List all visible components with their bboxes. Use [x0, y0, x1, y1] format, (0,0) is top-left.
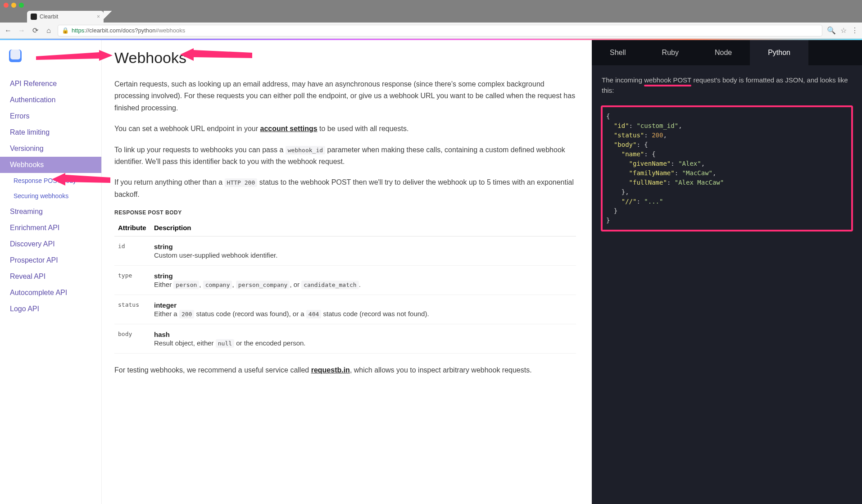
tab-title: Clearbit [40, 14, 58, 20]
sidebar-item-discovery-api[interactable]: Discovery API [0, 236, 101, 252]
retry-paragraph: If you return anything other than a HTTP… [114, 177, 576, 200]
url-scheme: https [72, 27, 84, 34]
forward-button[interactable]: → [17, 27, 26, 35]
requestbin-link[interactable]: requestb.in [311, 366, 350, 374]
account-settings-link[interactable]: account settings [260, 125, 317, 132]
webhook-id-code: webhook_id [286, 146, 325, 154]
browser-tab-strip: Clearbit × [0, 10, 862, 23]
url-host: ://clearbit.com [84, 27, 121, 34]
sidebar-item-reveal-api[interactable]: Reveal API [0, 268, 101, 285]
sidebar-item-api-reference[interactable]: API Reference [0, 76, 101, 92]
highlight-1: webhook POST [644, 76, 691, 84]
app: API ReferenceAuthenticationErrorsRate li… [0, 40, 862, 504]
tab-after-shape [104, 11, 113, 23]
testing-paragraph: For testing webhooks, we recommend a use… [114, 364, 576, 376]
lock-icon: 🔒 [62, 27, 69, 34]
lang-tab-node[interactable]: Node [697, 40, 750, 65]
table-row: bodyhashResult object, either null or th… [114, 324, 576, 354]
window-max-dot[interactable] [19, 3, 24, 8]
browser-tab[interactable]: Clearbit × [27, 11, 104, 23]
attributes-table: Attribute Description idstringCustom use… [114, 219, 576, 354]
code-description: The incoming webhook POST request's body… [592, 65, 862, 102]
url-fragment: #webhooks [155, 27, 185, 34]
menu-icon[interactable]: ⋮ [851, 26, 858, 35]
http-200-code: HTTP 200 [225, 178, 258, 187]
address-bar[interactable]: 🔒 https ://clearbit.com /docs?python #we… [58, 25, 822, 36]
table-row: statusintegerEither a 200 status code (r… [114, 295, 576, 324]
sidebar-item-authentication[interactable]: Authentication [0, 92, 101, 108]
account-settings-paragraph: You can set a webhook URL endpoint in yo… [114, 123, 576, 135]
th-attribute: Attribute [114, 219, 150, 236]
json-code-sample: { "id": "custom_id", "status": 200, "bod… [606, 112, 848, 225]
sidebar-item-logo-api[interactable]: Logo API [0, 301, 101, 317]
sidebar-item-webhooks[interactable]: Webhooks [0, 157, 101, 173]
intro-paragraph: Certain requests, such as looking up an … [114, 78, 576, 114]
lang-tab-shell[interactable]: Shell [592, 40, 644, 65]
sidebar-item-rate-limiting[interactable]: Rate limiting [0, 124, 101, 141]
browser-toolbar: ← → ⟳ ⌂ 🔒 https ://clearbit.com /docs?py… [0, 23, 862, 39]
language-tabs: ShellRubyNodePython [592, 40, 862, 65]
lang-tab-ruby[interactable]: Ruby [644, 40, 697, 65]
sidebar-item-streaming[interactable]: Streaming [0, 204, 101, 220]
code-pane: ShellRubyNodePython The incoming webhook… [592, 40, 862, 504]
home-button[interactable]: ⌂ [44, 27, 53, 35]
sidebar-item-prospector-api[interactable]: Prospector API [0, 252, 101, 268]
lang-tab-python[interactable]: Python [750, 40, 808, 65]
sidebar-subitem-response-post-body[interactable]: Response POST body [0, 173, 101, 188]
table-row: typestringEither person, company, person… [114, 266, 576, 295]
sidebar-item-versioning[interactable]: Versioning [0, 141, 101, 157]
page-title: Webhooks [114, 49, 576, 67]
brand-logo[interactable] [9, 50, 22, 62]
window-close-dot[interactable] [4, 3, 9, 8]
sidebar: API ReferenceAuthenticationErrorsRate li… [0, 40, 101, 504]
sidebar-item-autocomplete-api[interactable]: Autocomplete API [0, 285, 101, 301]
favicon [31, 14, 37, 20]
response-post-body-heading: RESPONSE POST BODY [114, 209, 576, 216]
search-icon[interactable]: 🔍 [827, 26, 836, 35]
reload-button[interactable]: ⟳ [31, 26, 40, 35]
mac-titlebar [0, 0, 862, 10]
close-tab-icon[interactable]: × [97, 14, 100, 20]
webhook-id-paragraph: To link up your requests to webhooks you… [114, 144, 576, 168]
sidebar-item-errors[interactable]: Errors [0, 108, 101, 124]
table-row: idstringCustom user-supplied webhook ide… [114, 236, 576, 266]
star-icon[interactable]: ☆ [840, 26, 847, 35]
back-button[interactable]: ← [4, 27, 13, 35]
th-description: Description [150, 219, 576, 236]
code-block-highlight-box: { "id": "custom_id", "status": 200, "bod… [601, 105, 853, 232]
sidebar-subitem-securing-webhooks[interactable]: Securing webhooks [0, 188, 101, 204]
url-path: /docs?python [121, 27, 155, 34]
main-content: Webhooks Certain requests, such as looki… [101, 40, 592, 504]
window-min-dot[interactable] [11, 3, 16, 8]
sidebar-item-enrichment-api[interactable]: Enrichment API [0, 220, 101, 236]
